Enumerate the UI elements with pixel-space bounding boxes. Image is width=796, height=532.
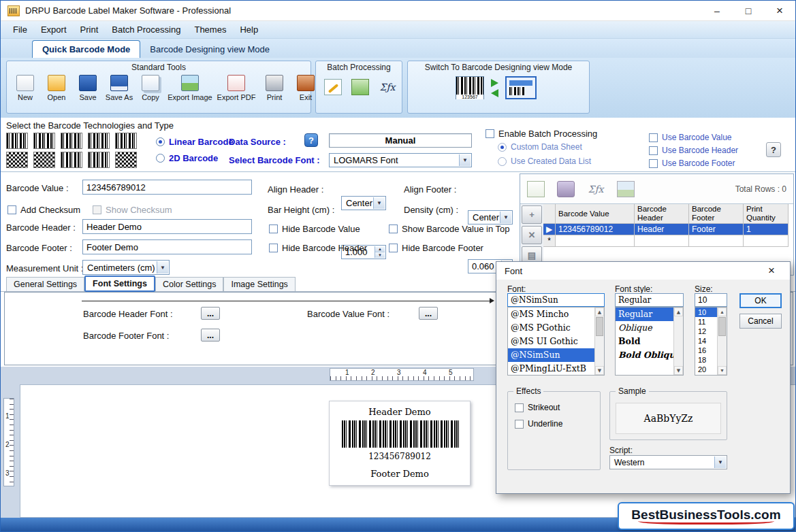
scroll-down-icon[interactable]: ▼ bbox=[595, 366, 604, 375]
enable-batch-row[interactable]: Enable Batch Processing bbox=[485, 129, 597, 139]
copy-button[interactable]: Copy bbox=[135, 75, 166, 101]
new-button[interactable]: New bbox=[10, 75, 41, 101]
use-barcode-footer-checkbox[interactable] bbox=[649, 159, 658, 168]
show-barcode-value-top-checkbox[interactable] bbox=[389, 225, 398, 233]
data-source-help-icon[interactable]: ? bbox=[304, 133, 318, 147]
col-barcode-footer[interactable]: Barcode Footer bbox=[689, 204, 744, 224]
linear-barcode-icon[interactable] bbox=[115, 133, 137, 149]
tab-image-settings[interactable]: Image Settings bbox=[223, 277, 295, 291]
delete-row-button[interactable]: ✕ bbox=[522, 226, 542, 244]
export-image-button[interactable]: Export Image bbox=[166, 75, 214, 101]
2d-barcode-radio[interactable] bbox=[156, 154, 165, 163]
size-list-scrollbar[interactable]: ▲ ▼ bbox=[717, 307, 727, 375]
2d-barcode-icon[interactable] bbox=[6, 152, 28, 168]
underline-checkbox[interactable] bbox=[515, 420, 524, 429]
font-list-item[interactable]: @PMingLiU-ExtB bbox=[508, 362, 604, 376]
row-selector[interactable]: ▶ bbox=[543, 224, 556, 235]
col-print-quantity[interactable]: Print Quantity bbox=[744, 204, 789, 224]
tab-barcode-designing-view-mode[interactable]: Barcode Designing view Mode bbox=[140, 41, 279, 58]
scrollbar-thumb[interactable] bbox=[596, 317, 603, 336]
show-barcode-value-top-row[interactable]: Show Barcode Value in Top bbox=[389, 224, 510, 234]
font-size-input[interactable] bbox=[695, 293, 727, 307]
menu-themes[interactable]: Themes bbox=[187, 22, 233, 37]
new-row[interactable]: * bbox=[543, 235, 793, 247]
2d-barcode-icon[interactable] bbox=[115, 152, 137, 168]
scroll-up-icon[interactable]: ▲ bbox=[674, 307, 683, 316]
empty-cell[interactable] bbox=[689, 235, 744, 247]
font-list[interactable]: @MS Mincho @MS PGothic @MS UI Gothic @NS… bbox=[507, 307, 605, 376]
measurement-unit-dropdown[interactable]: Centimeters (cm) ▼ bbox=[82, 260, 170, 275]
batch-export-icon[interactable] bbox=[351, 79, 369, 95]
menu-export[interactable]: Export bbox=[34, 22, 74, 37]
hide-barcode-header-checkbox[interactable] bbox=[269, 244, 278, 252]
scroll-up-icon[interactable]: ▲ bbox=[718, 307, 727, 316]
font-size-list[interactable]: 10 11 12 14 16 18 20 ▲ ▼ bbox=[695, 307, 727, 376]
font-name-input[interactable] bbox=[507, 293, 605, 307]
excel-export-icon[interactable] bbox=[527, 181, 545, 197]
scrollbar-thumb[interactable] bbox=[718, 317, 726, 336]
menu-batch-processing[interactable]: Batch Processing bbox=[105, 22, 187, 37]
image-export-icon[interactable] bbox=[617, 181, 635, 197]
formula-icon[interactable]: Σƒx bbox=[587, 181, 605, 197]
tab-font-settings[interactable]: Font Settings bbox=[84, 276, 155, 292]
open-button[interactable]: Open bbox=[41, 75, 72, 101]
barcode-header-input[interactable] bbox=[82, 219, 252, 234]
add-row-button[interactable]: + bbox=[522, 205, 542, 224]
cell-barcode-footer[interactable]: Footer bbox=[689, 224, 744, 235]
barcode-value-input[interactable] bbox=[82, 180, 252, 195]
menu-file[interactable]: File bbox=[6, 22, 34, 37]
header-font-browse-button[interactable]: ... bbox=[201, 307, 220, 320]
menu-help[interactable]: Help bbox=[233, 22, 265, 37]
font-list-item-selected[interactable]: @NSimSun bbox=[508, 348, 604, 362]
scroll-down-icon[interactable]: ▼ bbox=[674, 366, 683, 375]
cell-barcode-value[interactable]: 123456789012 bbox=[556, 224, 635, 235]
empty-cell[interactable] bbox=[556, 235, 635, 247]
cell-barcode-header[interactable]: Header bbox=[635, 224, 689, 235]
tab-general-settings[interactable]: General Settings bbox=[6, 277, 84, 291]
empty-cell[interactable] bbox=[744, 235, 789, 247]
hide-barcode-footer-row[interactable]: Hide Barcode Footer bbox=[389, 243, 483, 253]
script-dropdown[interactable]: Western ▼ bbox=[609, 455, 727, 469]
use-created-data-list-radio[interactable] bbox=[498, 157, 507, 166]
font-list-scrollbar[interactable]: ▲ ▼ bbox=[594, 307, 604, 375]
ok-button[interactable]: OK bbox=[739, 293, 782, 308]
batch-formula-icon[interactable]: Σƒx bbox=[379, 79, 396, 95]
strikeout-checkbox[interactable] bbox=[515, 403, 524, 412]
font-style-list[interactable]: Regular Oblique Bold Bold Obliqu ▲ ▼ bbox=[615, 307, 684, 376]
use-barcode-header-checkbox[interactable] bbox=[649, 146, 658, 155]
close-button[interactable]: × bbox=[764, 1, 795, 20]
batch-edit-icon[interactable] bbox=[324, 79, 342, 95]
save-as-button[interactable]: Save As bbox=[104, 75, 135, 101]
barcode-footer-input[interactable] bbox=[82, 239, 252, 254]
scroll-down-icon[interactable]: ▼ bbox=[718, 366, 727, 375]
barcode-label-preview[interactable]: Header Demo 123456789012 Footer Demo bbox=[329, 401, 471, 486]
menu-print[interactable]: Print bbox=[74, 22, 106, 37]
scroll-up-icon[interactable]: ▲ bbox=[595, 307, 604, 316]
datasheet-icon[interactable] bbox=[557, 181, 575, 197]
save-button[interactable]: Save bbox=[72, 75, 104, 101]
use-barcode-value-row[interactable]: Use Barcode Value bbox=[649, 133, 732, 142]
batch-help-icon[interactable]: ? bbox=[766, 142, 781, 157]
add-checksum-checkbox[interactable] bbox=[7, 205, 16, 214]
col-barcode-header[interactable]: Barcode Header bbox=[635, 204, 689, 224]
use-barcode-value-checkbox[interactable] bbox=[649, 133, 658, 142]
hide-barcode-header-row[interactable]: Hide Barcode Header bbox=[269, 243, 367, 253]
linear-barcode-icon[interactable] bbox=[88, 152, 110, 168]
align-footer-dropdown[interactable]: Center ▼ bbox=[468, 210, 513, 225]
font-list-item[interactable]: @MS Mincho bbox=[508, 307, 604, 321]
linear-barcode-icon[interactable] bbox=[61, 133, 82, 149]
add-checksum-row[interactable]: Add Checksum bbox=[7, 205, 80, 215]
linear-barcode-icon[interactable] bbox=[88, 133, 110, 149]
dialog-close-icon[interactable]: × bbox=[761, 264, 782, 278]
value-font-browse-button[interactable]: ... bbox=[419, 307, 438, 320]
linear-barcode-icon[interactable] bbox=[61, 152, 82, 168]
linear-barcode-icon[interactable] bbox=[33, 133, 55, 149]
linear-barcode-icon[interactable] bbox=[6, 133, 28, 149]
strikeout-row[interactable]: Strikeout bbox=[515, 403, 560, 412]
hide-barcode-value-checkbox[interactable] bbox=[269, 225, 278, 233]
use-barcode-header-row[interactable]: Use Barcode Header bbox=[649, 146, 738, 155]
hide-barcode-value-row[interactable]: Hide Barcode Value bbox=[269, 224, 360, 234]
tab-quick-barcode-mode[interactable]: Quick Barcode Mode bbox=[32, 40, 140, 58]
align-header-dropdown[interactable]: Center ▼ bbox=[341, 196, 386, 210]
export-pdf-button[interactable]: Export PDF bbox=[214, 75, 259, 101]
